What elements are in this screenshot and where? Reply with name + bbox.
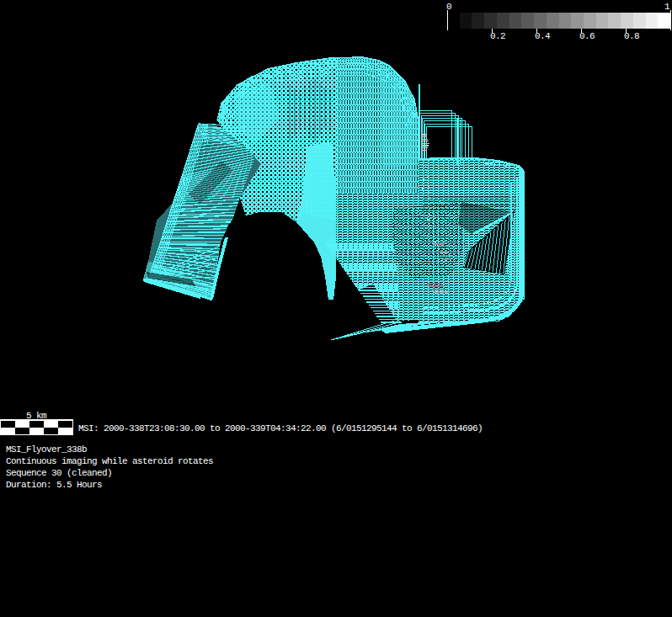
svg-text:0: 0 [446,2,451,12]
svg-text:Continuous imaging while aster: Continuous imaging while asteroid rotate… [6,456,213,466]
svg-text:1: 1 [664,2,670,12]
svg-text:0.4: 0.4 [535,31,551,41]
svg-text:MSI_Flyover_338b: MSI_Flyover_338b [6,444,87,455]
svg-text:0.2: 0.2 [490,31,505,41]
svg-text:MSI: 2000-338T23:08:30.00 to: MSI: 2000-338T23:08:30.00 to 2000-339T04… [78,423,483,433]
svg-text:0.6: 0.6 [579,31,595,41]
svg-text:0.8: 0.8 [624,31,639,41]
svg-text:Sequence 30 (cleaned): Sequence 30 (cleaned) [6,468,112,478]
svg-text:Duration: 5.5 Hours: Duration: 5.5 Hours [6,480,102,490]
svg-text:5 km: 5 km [26,411,47,421]
